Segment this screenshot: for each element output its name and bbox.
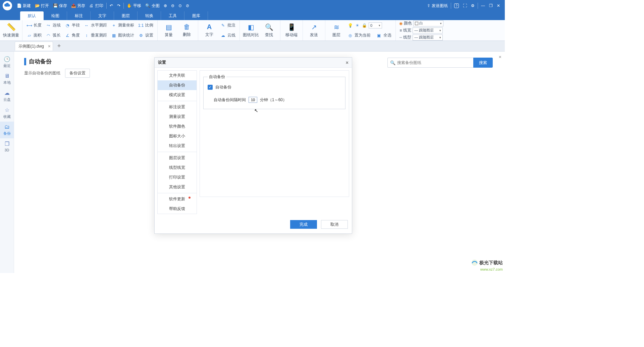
nav-iconsize[interactable]: 图标大小 [158,131,197,141]
auto-backup-checkbox[interactable]: ✓ [208,85,213,90]
nav-feedback[interactable]: 帮助反馈 [158,204,197,214]
rail-3d[interactable]: ❒3D [0,138,14,154]
saveas-button[interactable]: 📤另存 [69,0,87,11]
tab-close-button[interactable]: × [48,44,51,49]
tab-layer[interactable]: 图层 [114,11,138,20]
tab-gallery[interactable]: 图库 [184,11,208,20]
interval-input[interactable] [249,97,257,103]
nav-measure[interactable]: 测量设置 [158,112,197,122]
tab-annotate[interactable]: 标注 [67,11,91,20]
text-icon: A [207,23,212,31]
save-button[interactable]: 💾保存 [51,0,69,11]
mobile-button[interactable]: 📱移动端 [282,21,301,40]
rail-cloud[interactable]: ☁云盘 [0,87,14,105]
nav-print[interactable]: 打印设置 [158,172,197,182]
rail-backup[interactable]: 🗂备份 [0,122,14,138]
ratio-button[interactable]: 1:1比例 [136,21,155,29]
document-tab-label: 示例图(1).dwg [18,44,44,49]
measure-coord-button[interactable]: ⌖测量坐标 [109,21,136,29]
rail-favorite[interactable]: ☆收藏 [0,105,14,122]
measure-angle-button[interactable]: ∠角度 [63,31,82,40]
ok-button[interactable]: 完成 [290,220,317,229]
help-button[interactable]: ? [452,0,461,11]
zoom-fit-button[interactable]: 🔍全图 [143,0,162,11]
nav-export[interactable]: 转出设置 [158,141,197,151]
nav-color[interactable]: 软件颜色 [158,122,197,131]
rail-recent[interactable]: 🕒最近 [0,54,14,71]
pan-button[interactable]: ✋平移 [125,0,143,11]
close-window-button[interactable]: ✕ [495,0,502,11]
redo-button[interactable]: ↷ [115,0,122,11]
measure-length-button[interactable]: ⟷长度 [24,21,44,29]
settings-button[interactable]: ⚙ [469,0,477,11]
layers-button[interactable]: ≋图层 [327,21,345,40]
backup-settings-button[interactable]: 备份设置 [65,69,90,78]
nav-layer[interactable]: 图层设置 [158,153,197,163]
zoom-prev-button[interactable]: ⊘ [184,0,191,11]
search-button[interactable]: 搜索 [473,58,493,68]
linetype-select[interactable]: — 跟随图层▾ [413,34,443,41]
block-stat-button[interactable]: ▦图块统计 [109,31,136,40]
send-button[interactable]: ↗发送 [305,21,323,40]
print-button[interactable]: 🖨打印 [87,0,105,11]
nav-annotation[interactable]: 标注设置 [158,102,197,112]
tab-default[interactable]: 默认 [20,11,44,20]
maximize-button[interactable]: ❐ [487,0,495,11]
tab-text[interactable]: 文字 [91,11,114,20]
content-close-button[interactable]: × [499,54,501,60]
fullscreen-icon: ⛶ [463,3,467,8]
annotation-button[interactable]: ✎批注 [218,21,237,29]
document-tab[interactable]: 示例图(1).dwg × [15,42,53,51]
tab-convert[interactable]: 转换 [138,11,161,20]
measure-continuous-button[interactable]: ⤳连续 [44,21,63,29]
layer-select[interactable]: 0▾ [369,22,382,28]
separator [478,3,478,9]
set-current-button[interactable]: ◎置为当前 ▣全选 [345,31,393,40]
measure-settings-button[interactable]: ⚙设置 [136,31,155,40]
target-icon: ◎ [347,33,353,38]
measure-arc-button[interactable]: ◠弧长 [44,31,63,40]
linewidth-select[interactable]: — 跟随图层▾ [413,27,443,33]
separator [451,3,451,9]
nav-update[interactable]: 软件更新 [158,194,197,204]
find-button[interactable]: 🔍查找 [260,21,278,40]
clock-icon: 🕒 [4,56,10,62]
fullscreen-button[interactable]: ⛶ [461,0,469,11]
zoom-in-button[interactable]: ⊕ [162,0,169,11]
send-drawing-button[interactable]: ⇪发送图纸 [425,0,450,11]
measure-vdist-button[interactable]: ↕垂直测距 [82,31,109,40]
minimize-button[interactable]: — [479,0,487,11]
zoom-window-button[interactable]: ⊙ [176,0,184,11]
tab-draw[interactable]: 绘图 [44,11,67,20]
quick-measure-button[interactable]: 📏 快速测量 [2,21,20,40]
tab-tools[interactable]: 工具 [161,11,184,20]
measure-radius-button[interactable]: ◔半径 [63,21,82,29]
share-icon: ⇪ [427,3,430,8]
send-icon: ↗ [311,23,317,31]
dialog-close-button[interactable]: × [346,60,348,65]
open-button[interactable]: 📂打开 [33,0,51,11]
text-button[interactable]: A文字 [200,21,218,40]
measure-hdist-button[interactable]: ↔水平测距 [82,21,109,29]
cloud-button[interactable]: ☁云线 [218,31,237,40]
rail-local[interactable]: 🖥本地 [0,71,14,87]
color-select[interactable]: 白▾ [413,20,443,26]
maximize-icon: ❐ [489,3,493,8]
search-input[interactable] [387,58,473,68]
nav-mode[interactable]: 模式设置 [158,90,197,100]
nav-linetype[interactable]: 线型线宽 [158,163,197,172]
nav-auto-backup[interactable]: 自动备份 [158,80,197,90]
delete-button[interactable]: 🗑删除 [178,21,196,40]
cancel-button[interactable]: 取消 [321,220,348,229]
compare-button[interactable]: ◧图纸对比 [242,21,260,40]
calc-button[interactable]: ▤算量 [160,21,178,40]
layer-state-button[interactable]: 💡☀🔒0▾ [345,21,393,29]
nav-file-assoc[interactable]: 文件关联 [158,71,197,80]
add-tab-button[interactable]: + [55,42,63,50]
new-button[interactable]: 📄新建 [15,0,33,11]
measure-area-button[interactable]: ▱面积 [24,31,44,40]
annotation-icon: ✎ [220,23,226,28]
undo-button[interactable]: ↶ [108,0,115,11]
nav-other[interactable]: 其他设置 [158,182,197,192]
zoom-out-button[interactable]: ⊖ [169,0,176,11]
